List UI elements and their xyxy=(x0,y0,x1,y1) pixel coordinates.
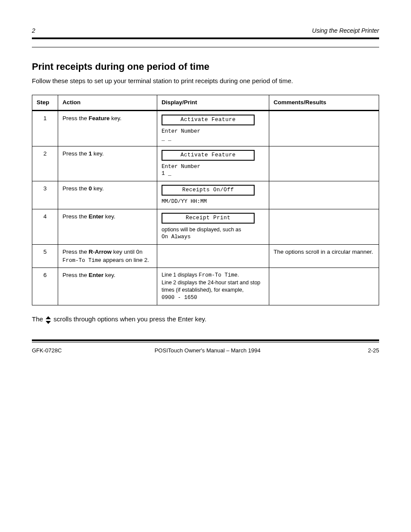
step-display: Activate FeatureEnter Number1 _ xyxy=(157,146,269,181)
step-number: 4 xyxy=(32,209,58,245)
svg-marker-1 xyxy=(46,321,51,324)
step-display: Receipts On/OffMM/DD/YY HH:MM xyxy=(157,181,269,209)
step-display: Activate FeatureEnter Number_ _ xyxy=(157,111,269,146)
display-text-line: Line 1 displays From-To Time. xyxy=(162,271,265,279)
header-rule-thin xyxy=(32,47,379,47)
display-mono-line: Enter Number xyxy=(162,128,265,135)
step-comments xyxy=(269,268,379,305)
step-number: 2 xyxy=(32,146,58,181)
lcd-display: Activate Feature xyxy=(162,150,255,161)
col-display: Display/Print xyxy=(157,95,269,110)
table-row: 2Press the 1 key.Activate FeatureEnter N… xyxy=(32,146,379,181)
col-comments: Comments/Results xyxy=(269,95,379,110)
lcd-display: Activate Feature xyxy=(162,115,255,125)
footer-title: POSITouch Owner's Manual – March 1994 xyxy=(62,347,353,355)
step-comments xyxy=(269,111,379,146)
table-row: 3Press the 0 key.Receipts On/OffMM/DD/YY… xyxy=(32,181,379,209)
step-comments xyxy=(269,181,379,209)
table-row: 1Press the Feature key.Activate FeatureE… xyxy=(32,111,379,146)
col-action: Action xyxy=(58,95,157,110)
chapter-number: 2 xyxy=(32,27,35,35)
display-mono-line: _ _ xyxy=(162,135,265,143)
step-action: Press the 1 key. xyxy=(58,146,157,181)
svg-marker-0 xyxy=(46,316,51,319)
display-text-line: 0900 - 1650 xyxy=(162,294,265,302)
table-row: 4Press the Enter key.Receipt Printoption… xyxy=(32,209,379,245)
step-comments xyxy=(269,146,379,181)
table-header-row: Step Action Display/Print Comments/Resul… xyxy=(32,95,379,110)
step-number: 6 xyxy=(32,268,58,305)
step-action: Press the Feature key. xyxy=(58,111,157,146)
updown-arrow-icon xyxy=(46,316,51,324)
col-step: Step xyxy=(32,95,58,110)
display-text-line: Line 2 displays the 24-hour start and st… xyxy=(162,279,265,294)
step-action: Press the Enter key. xyxy=(58,268,157,305)
step-comments xyxy=(269,209,379,245)
table-row: 5Press the R-Arrow key until On From-To … xyxy=(32,244,379,268)
display-mono-line: MM/DD/YY HH:MM xyxy=(162,198,265,205)
step-comments: The options scroll in a circular manner. xyxy=(269,244,379,268)
display-mono-line: Enter Number xyxy=(162,163,265,171)
step-number: 5 xyxy=(32,244,58,268)
step-number: 3 xyxy=(32,181,58,209)
step-action: Press the 0 key. xyxy=(58,181,157,209)
chapter-title: Using the Receipt Printer xyxy=(312,27,379,35)
step-display xyxy=(157,244,269,268)
step-display: Receipt Printoptions will be displayed, … xyxy=(157,209,269,245)
footer-rule-thin xyxy=(32,342,379,342)
section-title: Print receipts during one period of time xyxy=(32,60,379,73)
display-mono-line: 1 _ xyxy=(162,170,265,177)
lcd-display: Receipt Print xyxy=(162,213,255,224)
lcd-display: Receipts On/Off xyxy=(162,185,255,196)
footer-page: 2-25 xyxy=(353,347,379,355)
section-subtitle: Follow these steps to set up your termin… xyxy=(32,77,379,85)
table-row: 6Press the Enter key.Line 1 displays Fro… xyxy=(32,268,379,305)
display-caption: options will be displayed, such as xyxy=(162,226,265,233)
step-action: Press the R-Arrow key until On From-To T… xyxy=(58,244,157,268)
header-rule-thick xyxy=(32,37,379,39)
display-mono-line: On Always xyxy=(162,233,265,241)
steps-table: Step Action Display/Print Comments/Resul… xyxy=(32,95,379,305)
step-number: 1 xyxy=(32,111,58,146)
footer-docid: GFK-0728C xyxy=(32,347,62,355)
step-action: Press the Enter key. xyxy=(58,209,157,245)
footer-rule-thick xyxy=(32,339,379,341)
step-display: Line 1 displays From-To Time.Line 2 disp… xyxy=(157,268,269,305)
note-text: The scrolls through options when you pre… xyxy=(32,315,379,324)
